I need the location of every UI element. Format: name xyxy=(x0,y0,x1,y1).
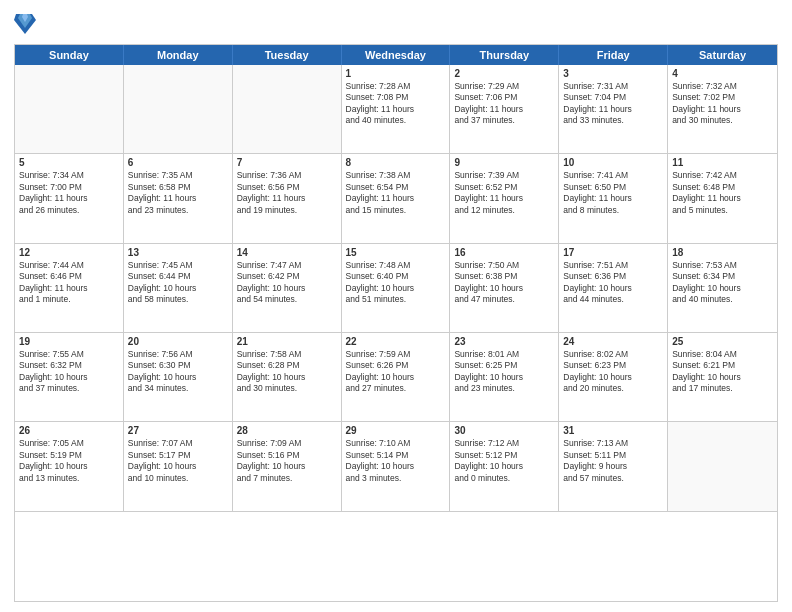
cell-info: Sunset: 5:11 PM xyxy=(563,450,663,461)
cal-cell: 2Sunrise: 7:29 AMSunset: 7:06 PMDaylight… xyxy=(450,65,559,154)
day-number: 12 xyxy=(19,247,119,258)
cell-info: Sunset: 7:04 PM xyxy=(563,92,663,103)
cell-info: and 0 minutes. xyxy=(454,473,554,484)
day-number: 8 xyxy=(346,157,446,168)
cell-info: Sunrise: 7:44 AM xyxy=(19,260,119,271)
cell-info: Sunrise: 7:29 AM xyxy=(454,81,554,92)
cal-cell xyxy=(124,65,233,154)
cell-info: Sunset: 6:32 PM xyxy=(19,360,119,371)
cal-cell: 1Sunrise: 7:28 AMSunset: 7:08 PMDaylight… xyxy=(342,65,451,154)
logo xyxy=(14,10,38,38)
cell-info: and 10 minutes. xyxy=(128,473,228,484)
cell-info: and 30 minutes. xyxy=(237,383,337,394)
cell-info: and 54 minutes. xyxy=(237,294,337,305)
cal-cell: 21Sunrise: 7:58 AMSunset: 6:28 PMDayligh… xyxy=(233,333,342,422)
cell-info: Sunrise: 7:48 AM xyxy=(346,260,446,271)
cell-info: Sunrise: 7:12 AM xyxy=(454,438,554,449)
day-number: 19 xyxy=(19,336,119,347)
cell-info: Daylight: 10 hours xyxy=(563,283,663,294)
cell-info: Daylight: 10 hours xyxy=(563,372,663,383)
cell-info: Sunset: 7:00 PM xyxy=(19,182,119,193)
day-number: 26 xyxy=(19,425,119,436)
cal-cell: 3Sunrise: 7:31 AMSunset: 7:04 PMDaylight… xyxy=(559,65,668,154)
day-number: 10 xyxy=(563,157,663,168)
cell-info: and 20 minutes. xyxy=(563,383,663,394)
header xyxy=(14,10,778,38)
cell-info: and 30 minutes. xyxy=(672,115,773,126)
cal-cell: 5Sunrise: 7:34 AMSunset: 7:00 PMDaylight… xyxy=(15,154,124,243)
page: SundayMondayTuesdayWednesdayThursdayFrid… xyxy=(0,0,792,612)
cell-info: Sunset: 7:08 PM xyxy=(346,92,446,103)
cell-info: and 40 minutes. xyxy=(346,115,446,126)
cal-cell: 9Sunrise: 7:39 AMSunset: 6:52 PMDaylight… xyxy=(450,154,559,243)
day-number: 23 xyxy=(454,336,554,347)
cell-info: Sunset: 5:14 PM xyxy=(346,450,446,461)
cell-info: and 37 minutes. xyxy=(19,383,119,394)
cal-cell: 27Sunrise: 7:07 AMSunset: 5:17 PMDayligh… xyxy=(124,422,233,511)
cell-info: and 51 minutes. xyxy=(346,294,446,305)
cal-cell: 26Sunrise: 7:05 AMSunset: 5:19 PMDayligh… xyxy=(15,422,124,511)
cell-info: Sunrise: 7:51 AM xyxy=(563,260,663,271)
cell-info: Sunset: 6:46 PM xyxy=(19,271,119,282)
cell-info: Daylight: 10 hours xyxy=(237,372,337,383)
cell-info: Sunrise: 7:53 AM xyxy=(672,260,773,271)
cell-info: and 33 minutes. xyxy=(563,115,663,126)
cell-info: and 12 minutes. xyxy=(454,205,554,216)
cell-info: Sunset: 6:21 PM xyxy=(672,360,773,371)
day-number: 17 xyxy=(563,247,663,258)
day-number: 31 xyxy=(563,425,663,436)
cal-cell: 20Sunrise: 7:56 AMSunset: 6:30 PMDayligh… xyxy=(124,333,233,422)
cell-info: Daylight: 11 hours xyxy=(563,193,663,204)
cell-info: and 57 minutes. xyxy=(563,473,663,484)
day-number: 30 xyxy=(454,425,554,436)
cal-cell: 22Sunrise: 7:59 AMSunset: 6:26 PMDayligh… xyxy=(342,333,451,422)
cal-cell: 13Sunrise: 7:45 AMSunset: 6:44 PMDayligh… xyxy=(124,244,233,333)
cell-info: Sunrise: 7:35 AM xyxy=(128,170,228,181)
day-number: 5 xyxy=(19,157,119,168)
day-number: 4 xyxy=(672,68,773,79)
cell-info: Daylight: 10 hours xyxy=(346,461,446,472)
cal-cell: 31Sunrise: 7:13 AMSunset: 5:11 PMDayligh… xyxy=(559,422,668,511)
cell-info: Sunrise: 7:39 AM xyxy=(454,170,554,181)
calendar: SundayMondayTuesdayWednesdayThursdayFrid… xyxy=(14,44,778,602)
cell-info: Daylight: 10 hours xyxy=(454,461,554,472)
cell-info: Sunset: 6:50 PM xyxy=(563,182,663,193)
cell-info: Daylight: 10 hours xyxy=(454,372,554,383)
cell-info: Sunset: 6:54 PM xyxy=(346,182,446,193)
cell-info: Sunrise: 7:47 AM xyxy=(237,260,337,271)
cell-info: Sunrise: 8:04 AM xyxy=(672,349,773,360)
cell-info: and 23 minutes. xyxy=(128,205,228,216)
day-number: 7 xyxy=(237,157,337,168)
cell-info: Sunset: 6:38 PM xyxy=(454,271,554,282)
cell-info: Sunset: 6:48 PM xyxy=(672,182,773,193)
cal-cell: 29Sunrise: 7:10 AMSunset: 5:14 PMDayligh… xyxy=(342,422,451,511)
cell-info: Daylight: 9 hours xyxy=(563,461,663,472)
day-number: 27 xyxy=(128,425,228,436)
cal-cell: 10Sunrise: 7:41 AMSunset: 6:50 PMDayligh… xyxy=(559,154,668,243)
cell-info: Sunset: 6:52 PM xyxy=(454,182,554,193)
cell-info: Sunset: 6:23 PM xyxy=(563,360,663,371)
cell-info: and 34 minutes. xyxy=(128,383,228,394)
cal-cell: 25Sunrise: 8:04 AMSunset: 6:21 PMDayligh… xyxy=(668,333,777,422)
cell-info: and 19 minutes. xyxy=(237,205,337,216)
cal-header-day: Tuesday xyxy=(233,45,342,65)
cell-info: Sunrise: 7:34 AM xyxy=(19,170,119,181)
cal-cell: 23Sunrise: 8:01 AMSunset: 6:25 PMDayligh… xyxy=(450,333,559,422)
cell-info: Sunset: 6:30 PM xyxy=(128,360,228,371)
cal-cell: 15Sunrise: 7:48 AMSunset: 6:40 PMDayligh… xyxy=(342,244,451,333)
cal-cell: 14Sunrise: 7:47 AMSunset: 6:42 PMDayligh… xyxy=(233,244,342,333)
cell-info: Daylight: 11 hours xyxy=(454,104,554,115)
day-number: 21 xyxy=(237,336,337,347)
day-number: 6 xyxy=(128,157,228,168)
day-number: 16 xyxy=(454,247,554,258)
cal-header-day: Monday xyxy=(124,45,233,65)
cal-cell: 8Sunrise: 7:38 AMSunset: 6:54 PMDaylight… xyxy=(342,154,451,243)
day-number: 11 xyxy=(672,157,773,168)
day-number: 24 xyxy=(563,336,663,347)
cell-info: and 3 minutes. xyxy=(346,473,446,484)
cell-info: Sunset: 6:58 PM xyxy=(128,182,228,193)
cell-info: and 40 minutes. xyxy=(672,294,773,305)
cell-info: Sunrise: 7:41 AM xyxy=(563,170,663,181)
cell-info: Sunrise: 7:59 AM xyxy=(346,349,446,360)
cell-info: Sunset: 6:34 PM xyxy=(672,271,773,282)
